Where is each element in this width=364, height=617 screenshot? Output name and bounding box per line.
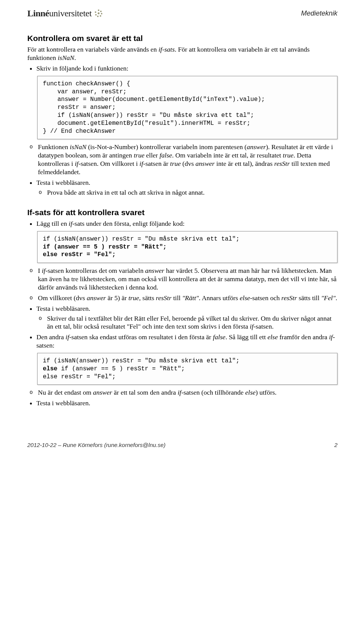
svg-point-4 <box>97 16 99 17</box>
bullet-item: Skriv in följande kod i funktionen: <box>36 65 337 73</box>
page-header: Linnéuniversitetet Medieteknik <box>27 8 337 19</box>
flower-icon <box>94 9 103 18</box>
svg-point-3 <box>100 15 101 17</box>
bullet-item: Lägg till en if-sats under den första, e… <box>36 220 337 228</box>
svg-point-2 <box>101 13 102 14</box>
sub-bullet: I if-satsen kontrolleras det om variabel… <box>38 267 337 292</box>
footer-page-number: 2 <box>334 442 337 449</box>
bullet-item: Testa i webbläsaren. Skriver du tal i te… <box>36 305 337 331</box>
svg-point-6 <box>95 11 96 13</box>
section-heading-1: Kontrollera om svaret är ett tal <box>27 33 337 43</box>
sub-bullet: Om villkoret (dvs answer är 5) är true, … <box>38 294 337 302</box>
section-1-intro: För att kontrollera en variabels värde a… <box>27 46 337 62</box>
code-block-2: if (isNaN(answer)) resStr = "Du måste sk… <box>37 231 337 263</box>
svg-point-0 <box>98 9 99 11</box>
bullet-item: Testa i webbläsaren. Prova både att skri… <box>36 179 337 197</box>
logo-text: Linnéuniversitetet <box>27 8 92 19</box>
code-block-1: function checkAnswer() { var answer, res… <box>37 76 337 140</box>
bullet-item: Den andra if-satsen ska endast utföras o… <box>36 333 337 350</box>
footer-left: 2012-10-22 – Rune Körnefors (rune.kornef… <box>27 442 166 449</box>
header-category: Medieteknik <box>301 8 337 18</box>
svg-point-1 <box>100 11 102 12</box>
sub-bullet: Skriver du tal i textfältet blir det Rät… <box>47 315 337 331</box>
sub-bullet: Nu är det endast om answer är ett tal so… <box>38 389 337 397</box>
bullet-item: Testa i webbläsaren. <box>36 399 337 408</box>
logo: Linnéuniversitetet <box>27 8 103 19</box>
sub-bullet: Prova både att skriva in ett tal och att… <box>47 189 337 197</box>
svg-point-7 <box>97 13 99 14</box>
page-footer: 2012-10-22 – Rune Körnefors (rune.kornef… <box>27 442 337 449</box>
sub-bullet: Funktionen isNaN (is-Not-a-Number) kontr… <box>38 143 337 176</box>
code-block-3: if (isNaN(answer)) resStr = "Du måste sk… <box>37 353 337 385</box>
section-heading-2: If-sats för att kontrollera svaret <box>27 208 337 217</box>
svg-point-5 <box>95 14 97 16</box>
